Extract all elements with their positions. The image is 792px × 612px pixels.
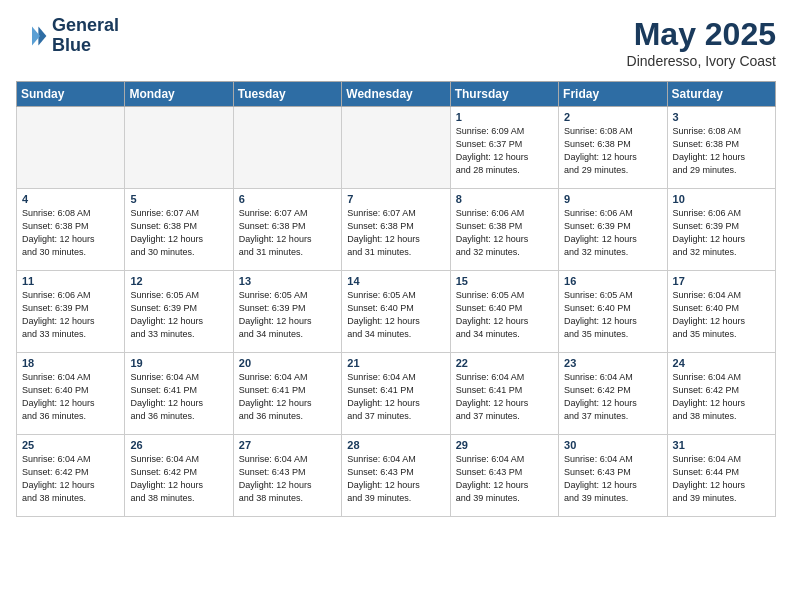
weekday-header-thursday: Thursday	[450, 82, 558, 107]
day-number: 20	[239, 357, 336, 369]
day-info: Sunrise: 6:04 AMSunset: 6:41 PMDaylight:…	[130, 371, 227, 423]
calendar-cell: 7Sunrise: 6:07 AMSunset: 6:38 PMDaylight…	[342, 189, 450, 271]
day-number: 23	[564, 357, 661, 369]
calendar-cell: 3Sunrise: 6:08 AMSunset: 6:38 PMDaylight…	[667, 107, 775, 189]
weekday-header-tuesday: Tuesday	[233, 82, 341, 107]
calendar-body: 1Sunrise: 6:09 AMSunset: 6:37 PMDaylight…	[17, 107, 776, 517]
day-number: 25	[22, 439, 119, 451]
logo: General Blue	[16, 16, 119, 56]
logo-text: General Blue	[52, 16, 119, 56]
day-number: 6	[239, 193, 336, 205]
day-info: Sunrise: 6:07 AMSunset: 6:38 PMDaylight:…	[239, 207, 336, 259]
calendar-week-2: 4Sunrise: 6:08 AMSunset: 6:38 PMDaylight…	[17, 189, 776, 271]
day-number: 4	[22, 193, 119, 205]
calendar-cell: 22Sunrise: 6:04 AMSunset: 6:41 PMDayligh…	[450, 353, 558, 435]
subtitle: Dinderesso, Ivory Coast	[627, 53, 776, 69]
day-info: Sunrise: 6:09 AMSunset: 6:37 PMDaylight:…	[456, 125, 553, 177]
day-info: Sunrise: 6:05 AMSunset: 6:39 PMDaylight:…	[130, 289, 227, 341]
day-info: Sunrise: 6:04 AMSunset: 6:42 PMDaylight:…	[22, 453, 119, 505]
calendar-cell: 14Sunrise: 6:05 AMSunset: 6:40 PMDayligh…	[342, 271, 450, 353]
day-info: Sunrise: 6:07 AMSunset: 6:38 PMDaylight:…	[347, 207, 444, 259]
day-info: Sunrise: 6:06 AMSunset: 6:39 PMDaylight:…	[673, 207, 770, 259]
weekday-header-sunday: Sunday	[17, 82, 125, 107]
title-block: May 2025 Dinderesso, Ivory Coast	[627, 16, 776, 69]
weekday-header-saturday: Saturday	[667, 82, 775, 107]
calendar-cell: 5Sunrise: 6:07 AMSunset: 6:38 PMDaylight…	[125, 189, 233, 271]
day-number: 8	[456, 193, 553, 205]
logo-icon	[16, 20, 48, 52]
day-number: 9	[564, 193, 661, 205]
day-number: 13	[239, 275, 336, 287]
calendar-cell: 6Sunrise: 6:07 AMSunset: 6:38 PMDaylight…	[233, 189, 341, 271]
day-number: 18	[22, 357, 119, 369]
day-number: 12	[130, 275, 227, 287]
day-info: Sunrise: 6:06 AMSunset: 6:38 PMDaylight:…	[456, 207, 553, 259]
day-info: Sunrise: 6:06 AMSunset: 6:39 PMDaylight:…	[564, 207, 661, 259]
calendar-cell: 20Sunrise: 6:04 AMSunset: 6:41 PMDayligh…	[233, 353, 341, 435]
day-info: Sunrise: 6:04 AMSunset: 6:42 PMDaylight:…	[564, 371, 661, 423]
calendar-cell: 12Sunrise: 6:05 AMSunset: 6:39 PMDayligh…	[125, 271, 233, 353]
calendar-cell	[342, 107, 450, 189]
calendar-cell: 24Sunrise: 6:04 AMSunset: 6:42 PMDayligh…	[667, 353, 775, 435]
calendar-week-1: 1Sunrise: 6:09 AMSunset: 6:37 PMDaylight…	[17, 107, 776, 189]
calendar-cell: 31Sunrise: 6:04 AMSunset: 6:44 PMDayligh…	[667, 435, 775, 517]
day-info: Sunrise: 6:04 AMSunset: 6:40 PMDaylight:…	[673, 289, 770, 341]
day-number: 21	[347, 357, 444, 369]
day-info: Sunrise: 6:08 AMSunset: 6:38 PMDaylight:…	[22, 207, 119, 259]
calendar-cell: 16Sunrise: 6:05 AMSunset: 6:40 PMDayligh…	[559, 271, 667, 353]
calendar-cell: 9Sunrise: 6:06 AMSunset: 6:39 PMDaylight…	[559, 189, 667, 271]
day-number: 16	[564, 275, 661, 287]
day-info: Sunrise: 6:04 AMSunset: 6:42 PMDaylight:…	[130, 453, 227, 505]
calendar-cell: 23Sunrise: 6:04 AMSunset: 6:42 PMDayligh…	[559, 353, 667, 435]
day-info: Sunrise: 6:04 AMSunset: 6:43 PMDaylight:…	[456, 453, 553, 505]
day-info: Sunrise: 6:06 AMSunset: 6:39 PMDaylight:…	[22, 289, 119, 341]
calendar-cell: 29Sunrise: 6:04 AMSunset: 6:43 PMDayligh…	[450, 435, 558, 517]
day-info: Sunrise: 6:05 AMSunset: 6:39 PMDaylight:…	[239, 289, 336, 341]
page-header: General Blue May 2025 Dinderesso, Ivory …	[16, 16, 776, 69]
calendar-week-5: 25Sunrise: 6:04 AMSunset: 6:42 PMDayligh…	[17, 435, 776, 517]
day-info: Sunrise: 6:08 AMSunset: 6:38 PMDaylight:…	[673, 125, 770, 177]
day-info: Sunrise: 6:08 AMSunset: 6:38 PMDaylight:…	[564, 125, 661, 177]
day-number: 22	[456, 357, 553, 369]
calendar-cell: 17Sunrise: 6:04 AMSunset: 6:40 PMDayligh…	[667, 271, 775, 353]
day-info: Sunrise: 6:07 AMSunset: 6:38 PMDaylight:…	[130, 207, 227, 259]
calendar-week-4: 18Sunrise: 6:04 AMSunset: 6:40 PMDayligh…	[17, 353, 776, 435]
day-info: Sunrise: 6:05 AMSunset: 6:40 PMDaylight:…	[456, 289, 553, 341]
day-info: Sunrise: 6:05 AMSunset: 6:40 PMDaylight:…	[347, 289, 444, 341]
weekday-header-monday: Monday	[125, 82, 233, 107]
day-number: 30	[564, 439, 661, 451]
day-info: Sunrise: 6:04 AMSunset: 6:43 PMDaylight:…	[564, 453, 661, 505]
day-info: Sunrise: 6:04 AMSunset: 6:44 PMDaylight:…	[673, 453, 770, 505]
day-number: 17	[673, 275, 770, 287]
calendar: SundayMondayTuesdayWednesdayThursdayFrid…	[16, 81, 776, 517]
calendar-cell	[125, 107, 233, 189]
day-info: Sunrise: 6:04 AMSunset: 6:41 PMDaylight:…	[347, 371, 444, 423]
calendar-cell: 19Sunrise: 6:04 AMSunset: 6:41 PMDayligh…	[125, 353, 233, 435]
calendar-cell: 25Sunrise: 6:04 AMSunset: 6:42 PMDayligh…	[17, 435, 125, 517]
day-info: Sunrise: 6:04 AMSunset: 6:43 PMDaylight:…	[347, 453, 444, 505]
day-info: Sunrise: 6:04 AMSunset: 6:41 PMDaylight:…	[456, 371, 553, 423]
day-info: Sunrise: 6:04 AMSunset: 6:41 PMDaylight:…	[239, 371, 336, 423]
day-number: 14	[347, 275, 444, 287]
day-info: Sunrise: 6:04 AMSunset: 6:40 PMDaylight:…	[22, 371, 119, 423]
weekday-header-wednesday: Wednesday	[342, 82, 450, 107]
day-number: 3	[673, 111, 770, 123]
calendar-cell: 27Sunrise: 6:04 AMSunset: 6:43 PMDayligh…	[233, 435, 341, 517]
calendar-header: SundayMondayTuesdayWednesdayThursdayFrid…	[17, 82, 776, 107]
day-info: Sunrise: 6:04 AMSunset: 6:43 PMDaylight:…	[239, 453, 336, 505]
weekday-header-friday: Friday	[559, 82, 667, 107]
day-number: 27	[239, 439, 336, 451]
calendar-cell: 15Sunrise: 6:05 AMSunset: 6:40 PMDayligh…	[450, 271, 558, 353]
day-number: 10	[673, 193, 770, 205]
day-number: 24	[673, 357, 770, 369]
weekday-header-row: SundayMondayTuesdayWednesdayThursdayFrid…	[17, 82, 776, 107]
main-title: May 2025	[627, 16, 776, 53]
day-number: 31	[673, 439, 770, 451]
day-number: 29	[456, 439, 553, 451]
day-number: 2	[564, 111, 661, 123]
calendar-cell: 30Sunrise: 6:04 AMSunset: 6:43 PMDayligh…	[559, 435, 667, 517]
calendar-cell: 21Sunrise: 6:04 AMSunset: 6:41 PMDayligh…	[342, 353, 450, 435]
calendar-cell: 11Sunrise: 6:06 AMSunset: 6:39 PMDayligh…	[17, 271, 125, 353]
calendar-cell: 28Sunrise: 6:04 AMSunset: 6:43 PMDayligh…	[342, 435, 450, 517]
day-number: 15	[456, 275, 553, 287]
